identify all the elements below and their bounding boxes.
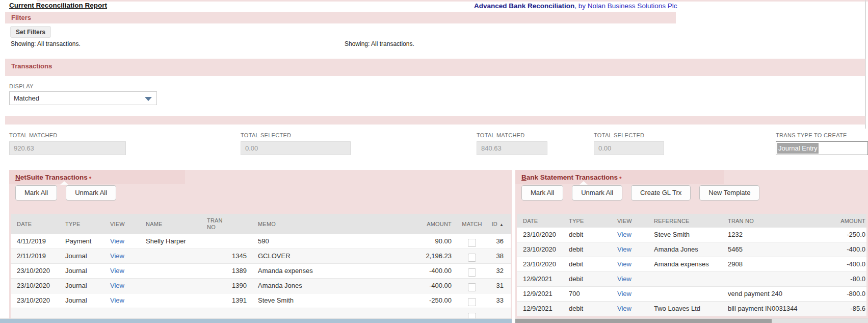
cell-memo: Amanda expenses (252, 264, 405, 279)
right-scrollbar-thumb[interactable] (515, 319, 772, 323)
total-selected-left-label: TOTAL SELECTED (241, 132, 291, 138)
bank-panel-title[interactable]: Bank Statement Transactions• (521, 173, 622, 181)
table-row: 23/10/2020JournalView1389Amanda expenses… (11, 264, 511, 279)
table-row: 12/9/2021700Viewvend payment 240-800.0 (517, 287, 866, 302)
cell-date: 12/9/2021 (517, 272, 563, 287)
column-header-label: ID (491, 221, 497, 227)
cell-date: 23/10/2020 (11, 264, 59, 279)
cell-amount: -400.00 (405, 279, 457, 293)
column-header-label: REFERENCE (654, 218, 690, 224)
column-header-label: DATE (17, 221, 32, 227)
cell-tran_no: 1391 (201, 293, 252, 308)
cell-view: View (611, 257, 648, 272)
cell-amount: -250.0 (806, 228, 866, 242)
bank-statement-panel: Bank Statement Transactions• Mark AllUnm… (515, 170, 868, 323)
cell-view: View (611, 228, 648, 242)
column-header-amount: AMOUNT (806, 218, 866, 224)
cell-date: 23/10/2020 (11, 279, 59, 293)
column-header-id[interactable]: ID▲ (487, 221, 511, 227)
cell-name (140, 264, 201, 279)
match-checkbox[interactable] (468, 254, 476, 262)
column-header-label: TYPE (569, 218, 584, 224)
cell-reference (648, 287, 722, 302)
column-header-label: AMOUNT (427, 221, 452, 227)
view-link[interactable]: View (617, 260, 632, 268)
cell-type: debit (563, 228, 611, 242)
netsuite-panel-title[interactable]: NetSuite Transactions• (15, 173, 92, 181)
total-matched-left-field: 920.63 (9, 141, 126, 155)
top-pink-strip (37, 0, 868, 2)
column-header-label: VIEW (110, 221, 125, 227)
trans-type-selected-text: Journal Entry (777, 143, 819, 154)
transactions-section-header: Transactions (5, 59, 865, 76)
cell-amount: -800.0 (806, 287, 866, 302)
app-title-product[interactable]: Advanced Bank Reconciliation (474, 2, 574, 10)
cell-match (457, 234, 487, 249)
view-link[interactable]: View (110, 237, 124, 245)
view-link[interactable]: View (110, 252, 124, 260)
cell-view: View (611, 242, 648, 257)
bank-title-text: ank Statement Transactions (527, 173, 618, 181)
total-matched-left-label: TOTAL MATCHED (9, 132, 58, 138)
cell-tran_no: 1232 (722, 228, 806, 242)
page-title: Current Reconciliation Report (9, 2, 107, 9)
new-template-button[interactable]: New Template (699, 185, 759, 201)
total-selected-left-field: 0.00 (241, 141, 351, 155)
cell-tran_no: 1390 (201, 279, 252, 293)
table-row: 23/10/2020debitViewSteve Smith1232-250.0 (517, 228, 866, 242)
cell-type: Journal (59, 249, 104, 264)
view-link[interactable]: View (617, 245, 632, 253)
cell-reference: Amanda Jones (648, 242, 722, 257)
cell-date: 2/11/2019 (11, 249, 59, 264)
trans-type-to-create-field[interactable]: Journal Entry (776, 141, 868, 155)
cell-tran_no: 2908 (722, 257, 806, 272)
cell-id: 36 (487, 234, 511, 249)
match-checkbox[interactable] (468, 268, 476, 277)
match-checkbox[interactable] (468, 298, 476, 306)
match-checkbox[interactable] (468, 239, 476, 247)
column-header-label: NAME (146, 221, 163, 227)
match-checkbox[interactable] (468, 283, 476, 291)
display-dropdown[interactable]: Matched (9, 91, 157, 105)
netsuite-title-bullet: • (89, 173, 92, 181)
netsuite-title-accelerator: N (15, 173, 20, 181)
cell-date: 12/9/2021 (517, 287, 563, 302)
view-link[interactable]: View (110, 267, 124, 275)
cell-view: View (611, 287, 648, 302)
bank-title-bullet: • (619, 173, 622, 181)
cell-type: debit (563, 257, 611, 272)
cell-date: 23/10/2020 (11, 293, 59, 308)
cell-amount: -400.0 (806, 257, 866, 272)
column-header-label: MATCH (462, 221, 482, 227)
view-link[interactable]: View (617, 290, 632, 297)
cell-view: View (104, 264, 140, 279)
set-filters-button[interactable]: Set Filters (10, 26, 51, 38)
view-link[interactable]: View (617, 275, 632, 283)
cell-amount: -400.00 (405, 264, 457, 279)
cell-memo: GCLOVER (252, 249, 405, 264)
cell-id: 31 (487, 279, 511, 293)
column-header-label: TYPE (65, 221, 81, 227)
cell-type: Journal (59, 264, 104, 279)
unmark-all-button[interactable]: Unmark All (66, 185, 116, 201)
app-title-vendor[interactable]: , by Nolan Business Solutions Plc (574, 2, 677, 10)
unmark-all-button[interactable]: Unmark All (572, 185, 622, 201)
view-link[interactable]: View (110, 296, 124, 304)
mark-all-button[interactable]: Mark All (521, 185, 563, 201)
view-link[interactable]: View (110, 282, 124, 289)
mark-all-button[interactable]: Mark All (15, 185, 57, 201)
cell-amount: 2,196.23 (405, 249, 457, 264)
view-link[interactable]: View (617, 231, 632, 238)
cell-date: 4/11/2019 (11, 234, 59, 249)
create-gl-trx-button[interactable]: Create GL Trx (631, 185, 691, 201)
cell-amount: -400.0 (806, 242, 866, 257)
view-link[interactable]: View (617, 305, 632, 312)
cell-tran_no: 1345 (201, 249, 252, 264)
table-row: 4/11/2019PaymentViewShelly Harper59090.0… (11, 234, 511, 249)
display-field-label: DISPLAY (9, 83, 34, 89)
table-row: 12/9/2021debitView-80.0 (517, 272, 866, 287)
cell-view: View (104, 249, 140, 264)
app-title[interactable]: Advanced Bank Reconciliation, by Nolan B… (474, 2, 677, 10)
filters-section-header: Filters (5, 12, 676, 23)
left-scrollbar-thumb[interactable] (0, 319, 512, 323)
